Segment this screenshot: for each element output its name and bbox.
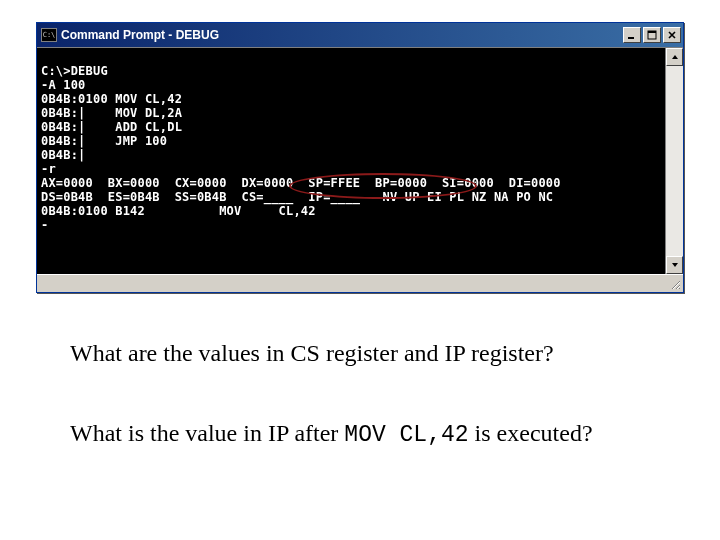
question-2-text-b: is executed? bbox=[469, 420, 593, 446]
statusbar bbox=[37, 274, 683, 292]
console-line: -A 100 bbox=[41, 78, 86, 92]
scroll-down-button[interactable] bbox=[666, 256, 683, 274]
scroll-up-button[interactable] bbox=[666, 48, 683, 66]
question-1: What are the values in CS register and I… bbox=[70, 340, 554, 367]
question-2-text-a: What is the value in IP after bbox=[70, 420, 344, 446]
maximize-icon bbox=[647, 30, 657, 40]
console-line: DS=0B4B ES=0B4B SS=0B4B CS=____ IP=____ … bbox=[41, 190, 553, 204]
close-button[interactable] bbox=[663, 27, 681, 43]
console-line: C:\>DEBUG bbox=[41, 64, 108, 78]
svg-rect-0 bbox=[628, 37, 634, 39]
client-area: C:\>DEBUG -A 100 0B4B:0100 MOV CL,42 0B4… bbox=[37, 47, 683, 274]
vertical-scrollbar[interactable] bbox=[665, 48, 683, 274]
cmd-system-menu-icon[interactable]: C:\ bbox=[41, 28, 57, 42]
question-2: What is the value in IP after MOV CL,42 … bbox=[70, 420, 593, 448]
chevron-down-icon bbox=[671, 261, 679, 269]
svg-line-7 bbox=[679, 288, 680, 289]
console-line: 0B4B:| MOV DL,2A bbox=[41, 106, 182, 120]
console-output[interactable]: C:\>DEBUG -A 100 0B4B:0100 MOV CL,42 0B4… bbox=[37, 48, 665, 274]
question-1-text: What are the values in CS register and I… bbox=[70, 340, 554, 366]
command-prompt-window: C:\ Command Prompt - DEBUG C:\>DEBUG -A … bbox=[36, 22, 684, 293]
maximize-button[interactable] bbox=[643, 27, 661, 43]
console-line: -r bbox=[41, 162, 56, 176]
console-line: 0B4B:0100 B142 MOV CL,42 bbox=[41, 204, 316, 218]
chevron-up-icon bbox=[671, 53, 679, 61]
close-icon bbox=[667, 30, 677, 40]
scrollbar-track[interactable] bbox=[666, 66, 683, 256]
resize-grip-icon bbox=[669, 278, 681, 290]
sys-icon-text: C:\ bbox=[43, 31, 56, 39]
console-line: 0B4B:| bbox=[41, 148, 86, 162]
console-line: 0B4B:| ADD CL,DL bbox=[41, 120, 182, 134]
minimize-icon bbox=[627, 30, 637, 40]
console-line: 0B4B:0100 MOV CL,42 bbox=[41, 92, 182, 106]
console-line: 0B4B:| JMP 100 bbox=[41, 134, 167, 148]
svg-rect-2 bbox=[648, 31, 656, 33]
minimize-button[interactable] bbox=[623, 27, 641, 43]
titlebar[interactable]: C:\ Command Prompt - DEBUG bbox=[37, 23, 683, 47]
resize-grip[interactable] bbox=[669, 278, 681, 290]
console-line: - bbox=[41, 218, 48, 232]
window-title: Command Prompt - DEBUG bbox=[61, 28, 623, 42]
question-2-code: MOV CL,42 bbox=[344, 422, 468, 448]
window-buttons bbox=[623, 27, 681, 43]
console-line: AX=0000 BX=0000 CX=0000 DX=0000 SP=FFEE … bbox=[41, 176, 561, 190]
